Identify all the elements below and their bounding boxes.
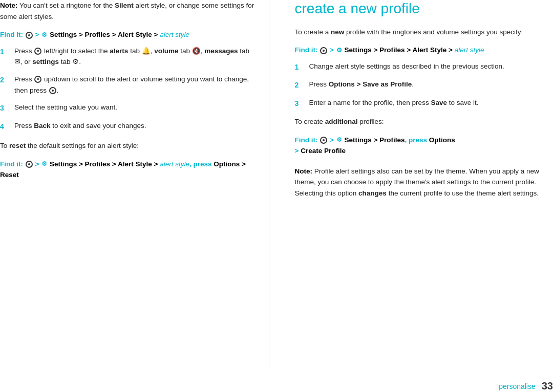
left-step-4: 4 Press Back to exit and save your chang… bbox=[0, 120, 259, 132]
step-content: Enter a name for the profile, then press… bbox=[309, 97, 554, 109]
left-step-3: 3 Select the setting value you want. bbox=[0, 102, 259, 114]
right-column: create a new profile To create a new pro… bbox=[290, 0, 554, 370]
step-number: 4 bbox=[0, 120, 8, 132]
additional-para: To create additional profiles: bbox=[295, 116, 554, 127]
right-step-3: 3 Enter a name for the profile, then pre… bbox=[295, 97, 554, 109]
left-find-it-1: Find it: > ⚙ Settings > Profiles > Alert… bbox=[0, 29, 259, 40]
step-number: 2 bbox=[295, 79, 303, 91]
intro-para: To create a new profile with the rington… bbox=[295, 27, 554, 38]
note-label: Note: bbox=[0, 2, 18, 9]
step-content: Change alert style settings as described… bbox=[309, 61, 554, 73]
step-content: Press Back to exit and save your changes… bbox=[14, 120, 259, 132]
left-column: Note: You can't set a ringtone for the S… bbox=[0, 0, 269, 370]
step-number: 1 bbox=[0, 46, 8, 68]
step-number: 3 bbox=[0, 102, 8, 114]
step-number: 1 bbox=[295, 61, 303, 73]
note-label: Note: bbox=[295, 167, 313, 175]
footer-label: personalise bbox=[499, 382, 536, 390]
right-note: Note: Profile alert settings also can be… bbox=[295, 166, 554, 199]
right-step-2: 2 Press Options > Save as Profile. bbox=[295, 79, 554, 91]
step-content: Select the setting value you want. bbox=[14, 102, 259, 114]
page-number: 33 bbox=[542, 380, 553, 392]
step-content: Press Options > Save as Profile. bbox=[309, 79, 554, 91]
step-number: 3 bbox=[295, 97, 303, 109]
page-footer: personalise 33 bbox=[0, 370, 553, 392]
page-title: create a new profile bbox=[295, 0, 554, 17]
left-step-1: 1 Press left/right to select the alerts … bbox=[0, 46, 259, 68]
right-steps-list: 1 Change alert style settings as describ… bbox=[295, 61, 554, 109]
right-find-it-2: Find it: > ⚙ Settings > Profiles, press … bbox=[295, 135, 554, 157]
left-find-it-2: Find it: > ⚙ Settings > Profiles > Alert… bbox=[0, 159, 259, 181]
left-note: Note: You can't set a ringtone for the S… bbox=[0, 0, 259, 22]
right-find-it-1: Find it: > ⚙ Settings > Profiles > Alert… bbox=[295, 45, 554, 56]
silent-word: Silent bbox=[115, 2, 134, 9]
right-step-1: 1 Change alert style settings as describ… bbox=[295, 61, 554, 73]
left-steps-list: 1 Press left/right to select the alerts … bbox=[0, 46, 259, 132]
reset-para: To reset the default settings for an ale… bbox=[0, 140, 259, 151]
step-number: 2 bbox=[0, 74, 8, 96]
step-content: Press up/down to scroll to the alert or … bbox=[14, 74, 259, 96]
step-content: Press left/right to select the alerts ta… bbox=[14, 46, 259, 68]
right-content: create a new profile To create a new pro… bbox=[295, 0, 554, 370]
left-step-2: 2 Press up/down to scroll to the alert o… bbox=[0, 74, 259, 96]
